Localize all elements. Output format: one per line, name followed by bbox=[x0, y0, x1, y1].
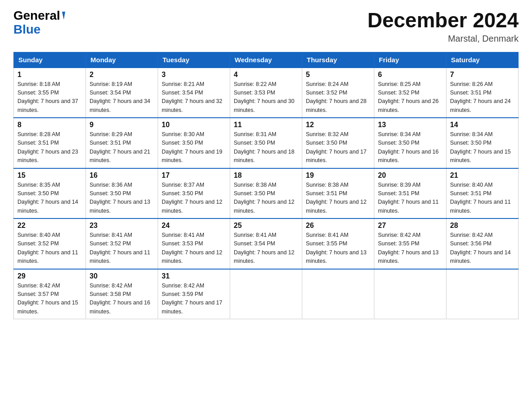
day-sun-info: Sunrise: 8:42 AMSunset: 3:56 PMDaylight:… bbox=[450, 231, 515, 266]
day-sun-info: Sunrise: 8:42 AMSunset: 3:57 PMDaylight:… bbox=[17, 282, 82, 317]
day-number: 2 bbox=[90, 71, 154, 79]
title-area: December 2024 Marstal, Denmark bbox=[367, 9, 519, 44]
calendar-day-cell: 14Sunrise: 8:34 AMSunset: 3:50 PMDayligh… bbox=[446, 118, 519, 168]
calendar-week-row: 8Sunrise: 8:28 AMSunset: 3:51 PMDaylight… bbox=[14, 118, 519, 168]
calendar-day-cell: 19Sunrise: 8:38 AMSunset: 3:51 PMDayligh… bbox=[302, 168, 374, 219]
calendar-day-cell: 25Sunrise: 8:41 AMSunset: 3:54 PMDayligh… bbox=[230, 218, 302, 269]
day-of-week-header: Wednesday bbox=[230, 52, 302, 68]
calendar-day-cell: 6Sunrise: 8:25 AMSunset: 3:52 PMDaylight… bbox=[374, 68, 446, 118]
day-number: 19 bbox=[306, 171, 370, 180]
day-number: 25 bbox=[234, 222, 298, 230]
calendar-day-cell bbox=[230, 269, 302, 319]
calendar-table: SundayMondayTuesdayWednesdayThursdayFrid… bbox=[13, 52, 519, 320]
day-of-week-header: Saturday bbox=[446, 52, 519, 68]
day-sun-info: Sunrise: 8:39 AMSunset: 3:51 PMDaylight:… bbox=[378, 181, 442, 216]
day-sun-info: Sunrise: 8:41 AMSunset: 3:53 PMDaylight:… bbox=[162, 231, 226, 266]
calendar-day-cell bbox=[446, 269, 519, 319]
day-sun-info: Sunrise: 8:34 AMSunset: 3:50 PMDaylight:… bbox=[450, 130, 515, 165]
day-number: 10 bbox=[162, 121, 226, 129]
calendar-week-row: 1Sunrise: 8:18 AMSunset: 3:55 PMDaylight… bbox=[14, 68, 519, 118]
day-sun-info: Sunrise: 8:38 AMSunset: 3:51 PMDaylight:… bbox=[306, 181, 370, 216]
day-number: 21 bbox=[450, 171, 515, 180]
day-number: 23 bbox=[90, 222, 154, 230]
day-number: 22 bbox=[17, 222, 82, 230]
calendar-week-row: 29Sunrise: 8:42 AMSunset: 3:57 PMDayligh… bbox=[14, 269, 519, 319]
day-sun-info: Sunrise: 8:32 AMSunset: 3:50 PMDaylight:… bbox=[306, 130, 370, 165]
calendar-day-cell: 4Sunrise: 8:22 AMSunset: 3:53 PMDaylight… bbox=[230, 68, 302, 118]
day-number: 3 bbox=[162, 71, 226, 79]
calendar-day-cell: 20Sunrise: 8:39 AMSunset: 3:51 PMDayligh… bbox=[374, 168, 446, 219]
logo: General Blue bbox=[13, 9, 64, 37]
day-number: 8 bbox=[17, 121, 82, 129]
calendar-day-cell: 22Sunrise: 8:40 AMSunset: 3:52 PMDayligh… bbox=[14, 218, 86, 269]
day-sun-info: Sunrise: 8:28 AMSunset: 3:51 PMDaylight:… bbox=[17, 130, 82, 165]
day-sun-info: Sunrise: 8:31 AMSunset: 3:50 PMDaylight:… bbox=[234, 130, 298, 165]
calendar-day-cell: 8Sunrise: 8:28 AMSunset: 3:51 PMDaylight… bbox=[14, 118, 86, 168]
day-sun-info: Sunrise: 8:37 AMSunset: 3:50 PMDaylight:… bbox=[162, 181, 226, 216]
day-sun-info: Sunrise: 8:40 AMSunset: 3:52 PMDaylight:… bbox=[17, 231, 82, 266]
day-sun-info: Sunrise: 8:24 AMSunset: 3:52 PMDaylight:… bbox=[306, 80, 370, 115]
day-number: 20 bbox=[378, 171, 442, 180]
day-number: 27 bbox=[378, 222, 442, 230]
logo-arrow-icon bbox=[61, 12, 65, 20]
day-number: 14 bbox=[450, 121, 515, 129]
day-number: 12 bbox=[306, 121, 370, 129]
day-number: 26 bbox=[306, 222, 370, 230]
calendar-week-row: 15Sunrise: 8:35 AMSunset: 3:50 PMDayligh… bbox=[14, 168, 519, 219]
day-sun-info: Sunrise: 8:41 AMSunset: 3:55 PMDaylight:… bbox=[306, 231, 370, 266]
day-number: 13 bbox=[378, 121, 442, 129]
day-number: 18 bbox=[234, 171, 298, 180]
page-header: General Blue December 2024 Marstal, Denm… bbox=[13, 9, 519, 44]
calendar-day-cell: 5Sunrise: 8:24 AMSunset: 3:52 PMDaylight… bbox=[302, 68, 374, 118]
day-header-row: SundayMondayTuesdayWednesdayThursdayFrid… bbox=[14, 52, 519, 68]
location-subtitle: Marstal, Denmark bbox=[367, 34, 519, 44]
day-number: 24 bbox=[162, 222, 226, 230]
day-sun-info: Sunrise: 8:22 AMSunset: 3:53 PMDaylight:… bbox=[234, 80, 298, 115]
calendar-day-cell: 7Sunrise: 8:26 AMSunset: 3:51 PMDaylight… bbox=[446, 68, 519, 118]
day-sun-info: Sunrise: 8:29 AMSunset: 3:51 PMDaylight:… bbox=[90, 130, 154, 165]
day-number: 16 bbox=[90, 171, 154, 180]
calendar-day-cell bbox=[302, 269, 374, 319]
day-sun-info: Sunrise: 8:25 AMSunset: 3:52 PMDaylight:… bbox=[378, 80, 442, 115]
day-number: 1 bbox=[17, 71, 82, 79]
calendar-day-cell: 18Sunrise: 8:38 AMSunset: 3:50 PMDayligh… bbox=[230, 168, 302, 219]
day-sun-info: Sunrise: 8:42 AMSunset: 3:59 PMDaylight:… bbox=[162, 282, 226, 317]
calendar-day-cell: 29Sunrise: 8:42 AMSunset: 3:57 PMDayligh… bbox=[14, 269, 86, 319]
day-of-week-header: Tuesday bbox=[158, 52, 230, 68]
day-sun-info: Sunrise: 8:41 AMSunset: 3:52 PMDaylight:… bbox=[90, 231, 154, 266]
calendar-day-cell: 15Sunrise: 8:35 AMSunset: 3:50 PMDayligh… bbox=[14, 168, 86, 219]
calendar-day-cell: 30Sunrise: 8:42 AMSunset: 3:58 PMDayligh… bbox=[86, 269, 158, 319]
day-sun-info: Sunrise: 8:26 AMSunset: 3:51 PMDaylight:… bbox=[450, 80, 515, 115]
day-of-week-header: Monday bbox=[86, 52, 158, 68]
calendar-day-cell: 23Sunrise: 8:41 AMSunset: 3:52 PMDayligh… bbox=[86, 218, 158, 269]
calendar-day-cell: 24Sunrise: 8:41 AMSunset: 3:53 PMDayligh… bbox=[158, 218, 230, 269]
day-number: 29 bbox=[17, 272, 82, 280]
calendar-day-cell bbox=[374, 269, 446, 319]
calendar-day-cell: 1Sunrise: 8:18 AMSunset: 3:55 PMDaylight… bbox=[14, 68, 86, 118]
day-number: 9 bbox=[90, 121, 154, 129]
day-sun-info: Sunrise: 8:30 AMSunset: 3:50 PMDaylight:… bbox=[162, 130, 226, 165]
month-title: December 2024 bbox=[367, 9, 519, 32]
day-number: 28 bbox=[450, 222, 515, 230]
day-number: 7 bbox=[450, 71, 515, 79]
calendar-day-cell: 31Sunrise: 8:42 AMSunset: 3:59 PMDayligh… bbox=[158, 269, 230, 319]
day-sun-info: Sunrise: 8:42 AMSunset: 3:58 PMDaylight:… bbox=[90, 282, 154, 317]
day-number: 30 bbox=[90, 272, 154, 280]
day-of-week-header: Sunday bbox=[14, 52, 86, 68]
calendar-day-cell: 3Sunrise: 8:21 AMSunset: 3:54 PMDaylight… bbox=[158, 68, 230, 118]
calendar-day-cell: 2Sunrise: 8:19 AMSunset: 3:54 PMDaylight… bbox=[86, 68, 158, 118]
day-sun-info: Sunrise: 8:21 AMSunset: 3:54 PMDaylight:… bbox=[162, 80, 226, 115]
day-sun-info: Sunrise: 8:40 AMSunset: 3:51 PMDaylight:… bbox=[450, 181, 515, 216]
calendar-day-cell: 28Sunrise: 8:42 AMSunset: 3:56 PMDayligh… bbox=[446, 218, 519, 269]
day-number: 11 bbox=[234, 121, 298, 129]
day-sun-info: Sunrise: 8:18 AMSunset: 3:55 PMDaylight:… bbox=[17, 80, 82, 115]
day-number: 15 bbox=[17, 171, 82, 180]
calendar-day-cell: 11Sunrise: 8:31 AMSunset: 3:50 PMDayligh… bbox=[230, 118, 302, 168]
day-number: 6 bbox=[378, 71, 442, 79]
calendar-day-cell: 9Sunrise: 8:29 AMSunset: 3:51 PMDaylight… bbox=[86, 118, 158, 168]
day-number: 5 bbox=[306, 71, 370, 79]
day-number: 4 bbox=[234, 71, 298, 79]
calendar-day-cell: 16Sunrise: 8:36 AMSunset: 3:50 PMDayligh… bbox=[86, 168, 158, 219]
day-sun-info: Sunrise: 8:36 AMSunset: 3:50 PMDaylight:… bbox=[90, 181, 154, 216]
day-sun-info: Sunrise: 8:19 AMSunset: 3:54 PMDaylight:… bbox=[90, 80, 154, 115]
